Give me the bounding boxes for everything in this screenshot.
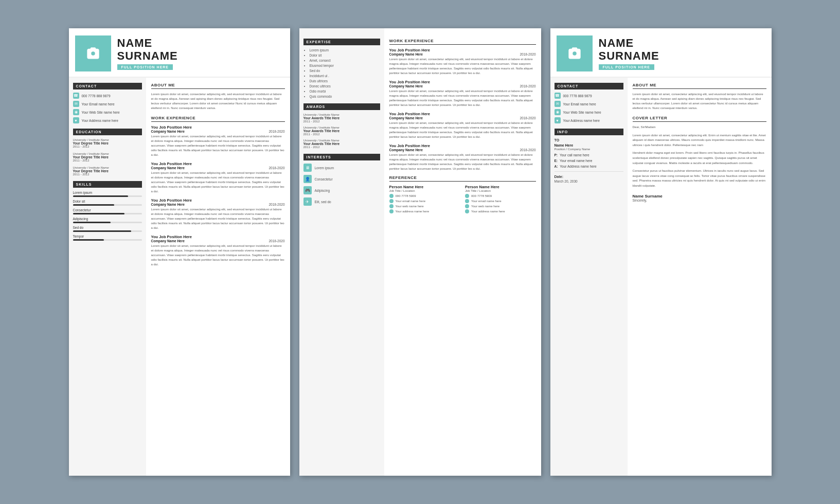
expertise-9: Odio morbi [310, 89, 380, 93]
card3-right: ABOUT ME Lorem ipsum dolor sit amet, con… [628, 78, 772, 476]
card1-name-block: NAME SURNAME FULL POSITION HERE [117, 37, 284, 69]
card3-cover-dear: Dear, Sir/Madam [633, 125, 766, 130]
camera-icon-3 [567, 46, 582, 61]
c3-email: ✉ Your Email name here [555, 101, 623, 107]
web-icon: ◉ [73, 109, 79, 115]
work1-title: You Job Position Here [151, 125, 285, 130]
contact-email: ✉ Your Email name here [73, 101, 142, 107]
interest-2: 👤 Consectetur [303, 175, 380, 183]
skill3-name: Consectetur [73, 208, 142, 212]
contact-phone-text: 000 7778 888 9879 [82, 94, 111, 98]
card3-date-label: Date: [555, 175, 623, 178]
ref1-web: Your web name here [389, 204, 460, 208]
c2work3-title: You Job Position Here [389, 112, 536, 116]
card1-position: FULL POSITION HERE [117, 64, 173, 70]
c2work3-company: Company Name Here [389, 116, 423, 120]
edu-item-2: University / Institute Name Your Degree … [73, 152, 142, 162]
ref1-web-text: Your web name here [396, 205, 424, 208]
contact-web: ◉ Your Web Site name here [73, 109, 142, 115]
card1-photo [75, 35, 111, 71]
work4-company-row: Company Name Here 2018-2020 [151, 239, 285, 243]
ref-2: Person Name Here Job Title / Location 00… [465, 185, 536, 214]
card3-to-name: Name Here [555, 143, 623, 147]
card3-body: CONTACT ☎ 000 7778 888 9879 ✉ Your Email… [550, 78, 772, 476]
contact-address: ▼ Your Address name here [73, 117, 142, 123]
work3-title: You Job Position Here [151, 198, 285, 203]
c3-address-icon: ▼ [555, 117, 561, 123]
card3-left: CONTACT ☎ 000 7778 888 9879 ✉ Your Email… [550, 78, 628, 476]
camera-icon [86, 46, 100, 61]
expertise-2: Dolor sit [310, 53, 380, 57]
c2work4-years: 2018-2020 [520, 148, 535, 152]
card2-expertise-title: EXPERTISE [303, 39, 380, 45]
card3-position: FULL POSITION HERE [599, 64, 655, 70]
card3-cover-p2: Hendrerit dolor magna eget est lorem. Pr… [633, 151, 766, 166]
edu-item-3: University / Institute Name Your Degree … [73, 166, 142, 176]
work4-company: Company Name Here [151, 239, 185, 243]
interest-1: 🖥 Lorem ipsum [303, 164, 380, 172]
card1-about-title: ABOUT ME [151, 83, 285, 89]
card1-edu-title: EDUCATION [73, 129, 142, 135]
work-item-4: You Job Position Here Company Name Here … [151, 235, 285, 267]
edu2-degree: Your Degree Title Here [73, 155, 142, 159]
ref1-phone: 000 7778 5909 [389, 194, 460, 198]
expertise-8: Donec ultrices [310, 84, 380, 88]
c3-phone-icon: ☎ [555, 93, 561, 99]
skill5-name: Sed do [73, 226, 142, 229]
card1-about-text: Lorem ipsum dolor sit amet, consectetur … [151, 92, 285, 111]
award3-title: Your Awards Title Here [303, 142, 380, 146]
c2work2-company-row: Company Name Here 2018-2020 [389, 84, 536, 88]
work-item-2: You Job Position Here Company Name Here … [151, 161, 285, 194]
skill2-name: Dolor sit [73, 200, 142, 203]
award-1: University / Institute Name Your Awards … [303, 113, 380, 123]
skill-5: Sed do [73, 226, 142, 232]
edu2-years: 2011 - 2012 [73, 159, 142, 162]
skill-3: Consectetur [73, 208, 142, 214]
skill-4: Adipiscing [73, 217, 142, 223]
card2-work-2: You Job Position Here Company Name Here … [389, 80, 536, 107]
c2work1-company-row: Company Name Here 2018-2020 [389, 52, 536, 56]
ref1-address: Your address name here [389, 209, 460, 213]
ref2-phone: 000 7778 5909 [465, 194, 536, 198]
c2work4-company-row: Company Name Here 2018-2020 [389, 148, 536, 152]
card3-info-p: P: Your call name here [555, 153, 623, 157]
card2-work-4: You Job Position Here Company Name Here … [389, 143, 536, 171]
card2-interests-title: INTERESTS [303, 154, 380, 160]
edu3-degree: Your Degree Title Here [73, 169, 142, 173]
skill1-name: Lorem ipsum [73, 191, 142, 194]
c3-web: ◉ Your Web Site name here [555, 109, 623, 115]
card3-to-label: TO [555, 138, 623, 142]
ref1-email-text: Your email name here [396, 200, 425, 203]
interest1-icon: 🖥 [303, 164, 312, 172]
award1-years: 2011 - 2012 [303, 120, 380, 123]
ref2-email-icon [465, 199, 469, 203]
expertise-6: Incididunt ul . [310, 74, 380, 78]
card1-work-title: WORK EXPERIENCE [151, 116, 285, 122]
c2work4-desc: Lorem ipsum dolor sit amet, consectetur … [389, 153, 536, 171]
expertise-list: Lorem ipsum Dolor sit Amet, consect Elus… [303, 48, 380, 98]
card2-body: EXPERTISE Lorem ipsum Dolor sit Amet, co… [299, 28, 541, 476]
card3-contact-title: CONTACT [555, 83, 623, 89]
ref2-phone-icon [465, 194, 469, 198]
work-item-1: You Job Position Here Company Name Here … [151, 125, 285, 157]
ref1-email-icon [389, 199, 394, 203]
card2-work-1: You Job Position Here Company Name Here … [389, 48, 536, 76]
card3-a-value: Your Address name here [560, 165, 596, 168]
work4-title: You Job Position Here [151, 235, 285, 239]
card3-info-a: A: Your Address name here [555, 165, 623, 168]
c2work3-desc: Lorem ipsum dolor sit amet, consectetur … [389, 121, 536, 139]
ref-1: Person Name Here Job Title / Location 00… [389, 185, 460, 214]
work3-desc: Lorem ipsum dolor sit amet, consectetur … [151, 207, 285, 230]
ref2-address-text: Your address name here [471, 210, 505, 213]
c2work1-title: You Job Position Here [389, 48, 536, 52]
expertise-4: Elusmod tempor [310, 64, 380, 67]
expertise-1: Lorem ipsum [310, 48, 380, 52]
c3-web-icon: ◉ [555, 109, 561, 115]
resume-card-1: NAME SURNAME FULL POSITION HERE CONTACT … [69, 28, 290, 476]
email-icon: ✉ [73, 101, 79, 107]
edu-item-1: University / Institute Name Your Degree … [73, 138, 142, 148]
interest2-icon: 👤 [303, 175, 312, 183]
work2-title: You Job Position Here [151, 161, 285, 166]
card1-right: ABOUT ME Lorem ipsum dolor sit amet, con… [146, 78, 290, 476]
work1-company: Company Name Here [151, 130, 185, 133]
